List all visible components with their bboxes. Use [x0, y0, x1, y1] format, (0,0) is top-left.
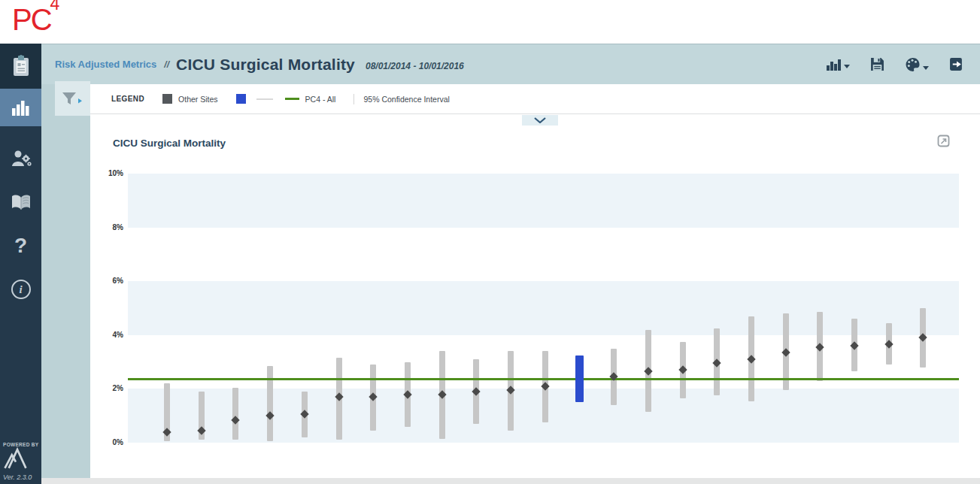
chevron-down-icon — [844, 65, 850, 68]
info-icon: i — [11, 280, 31, 299]
chart-title: CICU Surgical Mortality — [113, 138, 226, 149]
legend-item-other-sites: Other Sites — [162, 94, 218, 104]
filter-toggle-button[interactable] — [55, 81, 90, 116]
y-axis-tick-label: 8% — [93, 223, 123, 231]
pc4-all-reference-line — [128, 378, 959, 380]
pc4-logo: PC4 — [0, 0, 60, 36]
y-axis-tick-label: 6% — [93, 277, 123, 285]
save-icon — [870, 57, 884, 71]
my-site-swatch — [236, 94, 246, 104]
breadcrumb-separator: // — [164, 59, 169, 70]
chart-card: CICU Surgical Mortality 0%2%4%6%8%10% — [90, 115, 980, 478]
version-label: Ver. 2.3.0 — [3, 473, 41, 481]
palette-icon — [905, 57, 921, 72]
sidebar-item-about[interactable]: i — [0, 268, 41, 311]
breadcrumb-link[interactable]: Risk Adjusted Metrics — [55, 59, 156, 70]
export-icon — [949, 57, 963, 71]
plot-band — [128, 281, 959, 335]
sidebar-spacer — [0, 126, 41, 137]
legend-dash — [256, 98, 273, 100]
export-button[interactable] — [949, 57, 963, 71]
palette-button[interactable] — [905, 57, 929, 72]
legend-item-my-site — [236, 94, 246, 104]
legend-title: LEGEND — [111, 95, 144, 103]
legend-item-ci: 95% Confidence Interval — [363, 95, 449, 104]
save-button[interactable] — [870, 57, 884, 71]
sidebar-item-reports[interactable] — [0, 44, 41, 89]
question-icon: ? — [14, 234, 27, 258]
clipboard-icon — [11, 55, 31, 77]
logo-superscript: 4 — [50, 0, 60, 14]
y-axis-tick-label: 4% — [93, 331, 123, 339]
chevron-down-icon — [923, 66, 929, 70]
ci-bar[interactable] — [232, 388, 238, 440]
filter-panel-strip — [41, 84, 90, 478]
legend-label: PC4 - All — [305, 95, 336, 104]
bottom-strip — [41, 478, 980, 484]
y-axis-tick-label: 2% — [93, 384, 123, 392]
user-gear-icon — [11, 149, 32, 168]
legend-item-pc4-all: PC4 - All — [285, 95, 336, 104]
legend-label: Other Sites — [178, 95, 218, 104]
chart-type-icon — [827, 58, 842, 71]
plot-band — [128, 174, 959, 228]
chart-panel: LEGEND Other Sites PC4 - All — [90, 84, 980, 478]
date-range-label: 08/01/2014 - 10/01/2016 — [366, 61, 464, 71]
sidebar-item-library[interactable] — [0, 180, 41, 224]
chart-type-button[interactable] — [827, 58, 850, 71]
sidebar-item-admin[interactable] — [0, 137, 41, 180]
filter-funnel-icon — [62, 92, 84, 105]
sidebar-nav: ? i POWERED BY Ver. 2.3.0 — [0, 44, 41, 484]
legend-bar: LEGEND Other Sites PC4 - All — [90, 84, 980, 114]
plot-area: 0%2%4%6%8%10% — [128, 174, 959, 443]
app-window: PC4 — [0, 0, 980, 484]
legend-separator — [353, 94, 354, 104]
other-sites-swatch — [162, 94, 172, 104]
my-site-ci-bar[interactable] — [575, 355, 584, 403]
sidebar-item-help[interactable]: ? — [0, 224, 41, 268]
ci-bar[interactable] — [267, 366, 273, 441]
y-axis-tick-label: 0% — [93, 438, 123, 446]
expand-chart-button[interactable] — [937, 135, 951, 148]
powered-by-label: POWERED BY — [3, 442, 41, 447]
bar-chart-icon — [11, 98, 31, 116]
book-icon — [11, 193, 32, 211]
top-brand-strip: PC4 — [0, 0, 980, 44]
page-header: Risk Adjusted Metrics // CICU Surgical M… — [41, 44, 980, 84]
pc4-all-line-swatch — [285, 98, 299, 100]
sidebar-footer: POWERED BY Ver. 2.3.0 — [0, 442, 41, 481]
expand-icon — [937, 135, 951, 148]
y-axis-tick-label: 10% — [93, 169, 123, 177]
logo-text: PC — [12, 3, 51, 36]
page-title: CICU Surgical Mortality — [176, 56, 355, 74]
sidebar-item-metrics[interactable] — [0, 89, 41, 126]
header-actions — [827, 57, 969, 72]
legend-label: 95% Confidence Interval — [363, 95, 449, 104]
arbormetrix-logo-icon — [3, 447, 30, 470]
